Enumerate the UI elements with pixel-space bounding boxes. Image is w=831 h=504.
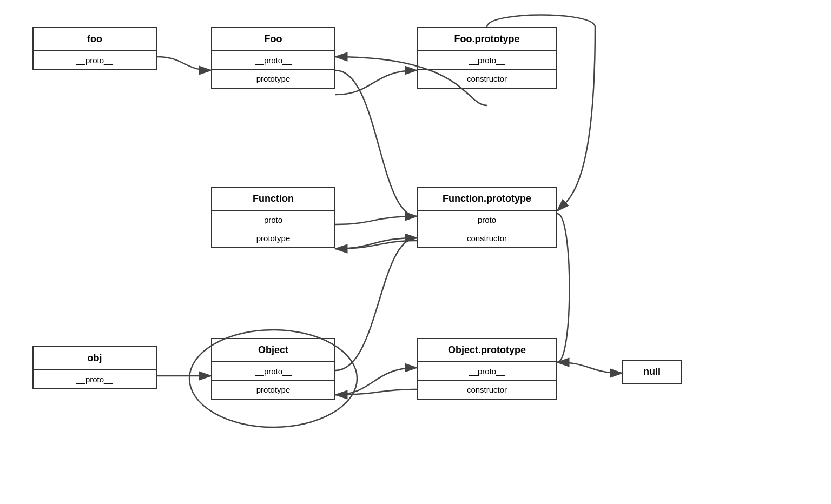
arrow-foo-proto-to-Foo: [157, 57, 211, 70]
arrow-Foo-proto-to-FuncProto: [335, 70, 417, 216]
box-FunctionPrototype-constructor: constructor: [418, 229, 556, 247]
box-Object-proto: __proto__: [212, 362, 334, 381]
box-foo-title: foo: [34, 28, 156, 51]
box-Object-title: Object: [212, 339, 334, 362]
box-obj: obj __proto__: [32, 346, 157, 389]
box-Function: Function __proto__ prototype: [211, 187, 335, 248]
box-FunctionPrototype: Function.prototype __proto__ constructor: [417, 187, 557, 248]
box-ObjectPrototype: Object.prototype __proto__ constructor: [417, 338, 557, 400]
arrow-Function-proto-to-FuncProto: [335, 216, 417, 224]
box-FooPrototype: Foo.prototype __proto__ constructor: [417, 27, 557, 89]
box-Object-prototype: prototype: [212, 381, 334, 399]
box-obj-title: obj: [34, 347, 156, 370]
box-Function-proto: __proto__: [212, 211, 334, 229]
arrow-ObjProto-constructor-to-Object: [335, 389, 417, 395]
box-Foo-prototype: prototype: [212, 70, 334, 88]
box-FunctionPrototype-proto: __proto__: [418, 211, 556, 229]
box-foo: foo __proto__: [32, 27, 157, 70]
box-FooPrototype-constructor: constructor: [418, 70, 556, 88]
box-FooPrototype-title: Foo.prototype: [418, 28, 556, 51]
box-foo-proto: __proto__: [34, 51, 156, 69]
box-null-title: null: [623, 361, 681, 383]
box-FooPrototype-proto: __proto__: [418, 51, 556, 70]
box-ObjectPrototype-proto: __proto__: [418, 362, 556, 381]
arrow-Object-prototype-to-ObjProto: [335, 368, 417, 395]
box-FunctionPrototype-title: Function.prototype: [418, 188, 556, 211]
diagram: foo __proto__ Foo __proto__ prototype Fo…: [0, 0, 831, 504]
box-Foo-title: Foo: [212, 28, 334, 51]
box-Function-title: Function: [212, 188, 334, 211]
arrow-FuncProto-constructor-to-Function: [335, 241, 417, 249]
box-ObjectPrototype-constructor: constructor: [418, 381, 556, 399]
box-Function-prototype: prototype: [212, 229, 334, 247]
box-Foo: Foo __proto__ prototype: [211, 27, 335, 89]
arrow-ObjProto-proto-to-null: [557, 362, 622, 373]
box-Object: Object __proto__ prototype: [211, 338, 335, 400]
arrow-Object-proto-to-FuncProto: [335, 238, 417, 370]
arrows-svg: [0, 0, 831, 504]
box-Foo-proto: __proto__: [212, 51, 334, 70]
box-ObjectPrototype-title: Object.prototype: [418, 339, 556, 362]
box-obj-proto: __proto__: [34, 370, 156, 388]
box-null: null: [622, 360, 682, 384]
arrow-FuncProto-proto-to-ObjProto: [557, 214, 570, 362]
arrow-Foo-prototype-to-FooProto: [335, 70, 417, 95]
arrow-Function-prototype-to-FuncProto: [335, 238, 417, 249]
